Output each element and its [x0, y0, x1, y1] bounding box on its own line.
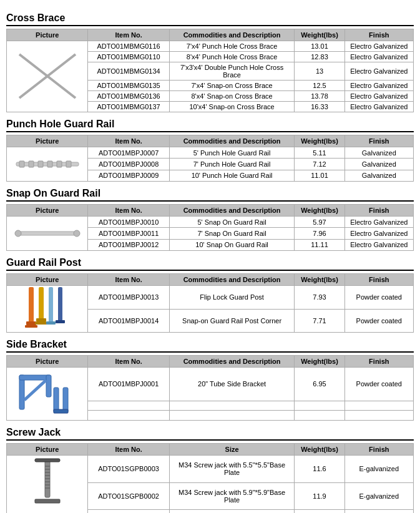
item-no: ADTO01SGPB0003 [88, 456, 169, 483]
table-row: ADTO01MBPJ0007 5' Punch Hole Guard Rail … [7, 147, 414, 159]
item-no: ADTO01MBPJ0007 [88, 147, 169, 159]
item-weight: 7.96 [295, 228, 344, 239]
item-desc: 20" Tube Side Bracket [169, 368, 295, 401]
side-bracket-section: Side Bracket Picture Item No. Commoditie… [6, 339, 414, 421]
svg-rect-39 [35, 459, 60, 462]
svg-rect-17 [35, 322, 47, 325]
svg-rect-16 [36, 318, 46, 322]
guard-rail-post-title: Guard Rail Post [6, 257, 414, 271]
col-finish: Finish [344, 205, 413, 217]
item-desc [169, 411, 295, 421]
item-weight: 7.12 [295, 159, 344, 170]
item-no: ADTO01MBMG0134 [88, 62, 169, 81]
item-finish: E-galvanized [344, 456, 413, 483]
svg-rect-28 [54, 409, 68, 413]
svg-rect-3 [19, 161, 24, 167]
col-picture: Picture [7, 205, 88, 217]
item-weight: 13.78 [295, 91, 344, 102]
item-weight: 11.6 [295, 456, 344, 483]
item-desc: 8'x4' Snap-on Cross Brace [169, 91, 295, 102]
item-weight: 12.5 [295, 81, 344, 91]
item-weight: 16.33 [295, 102, 344, 112]
col-weight: Weight(lbs) [295, 356, 344, 368]
item-finish [344, 411, 413, 421]
col-weight: Weight(lbs) [295, 444, 344, 456]
item-desc: 7'x4' Punch Hole Cross Brace [169, 41, 295, 52]
svg-rect-15 [39, 287, 44, 321]
col-size: Size [169, 444, 295, 456]
svg-rect-24 [46, 375, 51, 397]
item-finish: Electro Galvanized [344, 91, 413, 102]
item-no: ADTO01MBMG0110 [88, 52, 169, 62]
item-weight: 7.93 [295, 286, 344, 310]
item-finish: Electro Galvanized [344, 81, 413, 91]
svg-rect-12 [29, 287, 34, 325]
cross-brace-table: Picture Item No. Commodities and Descrip… [6, 29, 414, 112]
item-desc: 7' Snap On Guard Rail [169, 228, 295, 239]
item-finish: Galvanized [344, 170, 413, 181]
item-no: ADTO01MBPJ0008 [88, 159, 169, 170]
item-weight: 11.01 [295, 170, 344, 181]
item-desc: 10'x4' Snap-on Cross Brace [169, 102, 295, 112]
col-picture: Picture [7, 135, 88, 147]
screw-jack-section: Screw Jack Picture Item No. Size Weight(… [6, 427, 414, 513]
item-weight: 13 [295, 62, 344, 81]
col-finish: Finish [344, 135, 413, 147]
item-desc: 10' Snap On Guard Rail [169, 239, 295, 250]
item-desc [169, 510, 295, 513]
cross-brace-image [7, 41, 88, 112]
svg-rect-8 [66, 161, 71, 167]
item-desc: 10' Punch Hole Guard Rail [169, 170, 295, 181]
screw-jack-table: Picture Item No. Size Weight(lbs) Finish [6, 443, 414, 513]
item-desc: 7'x4' Snap-on Cross Brace [169, 81, 295, 91]
svg-rect-38 [35, 499, 60, 503]
svg-rect-27 [63, 388, 68, 413]
col-item-no: Item No. [88, 356, 169, 368]
cross-brace-title: Cross Brace [6, 12, 414, 26]
col-picture: Picture [7, 444, 88, 456]
item-weight: 12.83 [295, 52, 344, 62]
col-picture: Picture [7, 29, 88, 41]
svg-point-11 [74, 230, 80, 237]
snap-on-guard-rail-table: Picture Item No. Commodities and Descrip… [6, 204, 414, 251]
col-item-no: Item No. [88, 205, 169, 217]
col-commodities: Commodities and Description [169, 274, 295, 286]
col-commodities: Commodities and Description [169, 356, 295, 368]
col-weight: Weight(lbs) [295, 274, 344, 286]
screw-jack-image [7, 456, 88, 514]
item-desc: Flip Lock Guard Post [169, 286, 295, 310]
punch-hole-guard-rail-image [7, 147, 88, 182]
svg-rect-9 [16, 232, 79, 235]
item-no: ADTO01MBPJ0001 [88, 368, 169, 401]
item-weight: 6.95 [295, 368, 344, 401]
punch-hole-guard-rail-section: Punch Hole Guard Rail Picture Item No. C… [6, 119, 414, 182]
svg-rect-14 [25, 325, 37, 328]
item-finish: Powder coated [344, 368, 413, 401]
item-no: ADTO01MBPJ0010 [88, 217, 169, 228]
item-desc: M34 Screw jack with 5.9"*5.9"Base Plate [169, 482, 295, 510]
col-weight: Weight(lbs) [295, 205, 344, 217]
item-weight: 11.11 [295, 239, 344, 250]
svg-line-25 [24, 380, 46, 400]
item-finish: E-galvanized [344, 482, 413, 510]
item-no: ADTO01MBMG0136 [88, 91, 169, 102]
item-desc [169, 401, 295, 411]
svg-rect-5 [38, 161, 43, 167]
col-commodities: Commodities and Description [169, 205, 295, 217]
item-no: ADTO01MBPJ0013 [88, 286, 169, 310]
guard-rail-post-section: Guard Rail Post Picture Item No. Commodi… [6, 257, 414, 333]
item-desc: 7'x3'x4' Double Punch Hole Cross Brace [169, 62, 295, 81]
item-no [88, 411, 169, 421]
item-finish [344, 510, 413, 513]
cross-brace-section: Cross Brace Picture Item No. Commodities… [6, 12, 414, 112]
svg-rect-21 [56, 320, 65, 323]
col-finish: Finish [344, 444, 413, 456]
col-finish: Finish [344, 274, 413, 286]
item-no: ADTO01SGPB0002 [88, 482, 169, 510]
col-weight: Weight(lbs) [295, 135, 344, 147]
item-desc: M34 Screw jack with 5.5"*5.5"Base Plate [169, 456, 295, 483]
item-finish: Powder coated [344, 286, 413, 310]
col-commodities: Commodities and Description [169, 135, 295, 147]
guard-rail-post-image [7, 286, 88, 333]
screw-jack-title: Screw Jack [6, 427, 414, 441]
